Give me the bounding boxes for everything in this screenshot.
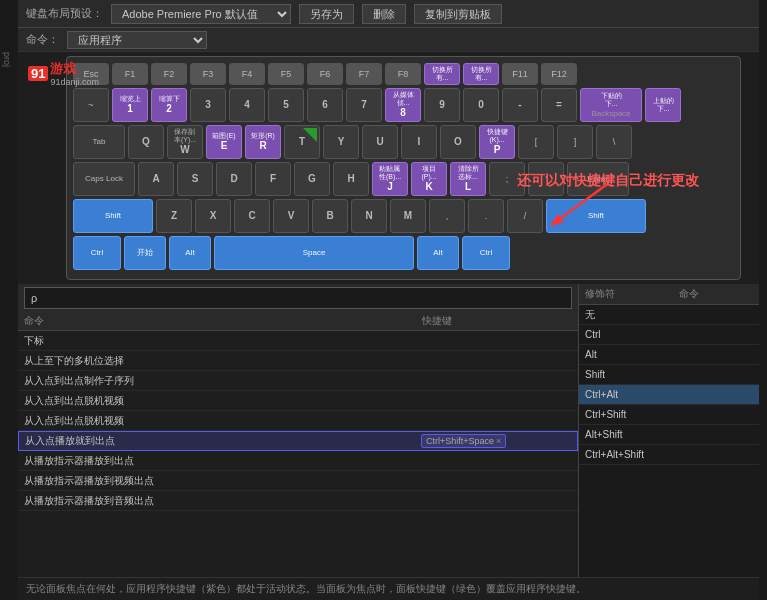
key-ctrl-left[interactable]: Ctrl [73,236,121,270]
list-item-active[interactable]: 从入点播放就到出点 Ctrl+Shift+Space × [18,431,578,451]
key-quote[interactable]: ' [528,162,564,196]
key-alt-right[interactable]: Alt [417,236,459,270]
key-z[interactable]: Z [156,199,192,233]
key-rbracket[interactable]: ] [557,125,593,159]
key-d[interactable]: D [216,162,252,196]
center-column: 键盘布局预设： Adobe Premiere Pro 默认值 另存为 删除 复制… [18,0,759,600]
command-list[interactable]: 下标 从上至下的多机位选择 从入点到出点制作子序列 从入点到出点脱机视频 [18,331,578,577]
preset-select[interactable]: Adobe Premiere Pro 默认值 [111,4,291,24]
key-f10[interactable]: 切换所有... [463,63,499,85]
key-backslash[interactable]: \ [596,125,632,159]
key-f4[interactable]: F4 [229,63,265,85]
key-space[interactable]: Space [214,236,414,270]
key-9[interactable]: 9 [424,88,460,122]
shortcut-row[interactable]: Shift [579,365,759,385]
list-item[interactable]: 从入点到出点脱机视频 [18,411,578,431]
list-item[interactable]: 从入点到出点制作子序列 [18,371,578,391]
key-ctrl-right[interactable]: Ctrl [462,236,510,270]
shortcut-row-active[interactable]: Ctrl+Alt [579,385,759,405]
modifier-header: 修饰符 [585,287,659,301]
key-7[interactable]: 7 [346,88,382,122]
key-period[interactable]: . [468,199,504,233]
key-shift-left[interactable]: Shift [73,199,153,233]
key-backspace[interactable]: 下贴的下... Backspace [580,88,642,122]
key-f3[interactable]: F3 [190,63,226,85]
save-as-button[interactable]: 另存为 [299,4,354,24]
key-1[interactable]: 缩览上1 [112,88,148,122]
cmd-select[interactable]: 应用程序 [67,31,207,49]
key-f7[interactable]: F7 [346,63,382,85]
key-f1[interactable]: F1 [112,63,148,85]
list-item[interactable]: 下标 [18,331,578,351]
key-backtick[interactable]: ~ [73,88,109,122]
key-tab[interactable]: Tab [73,125,125,159]
key-l[interactable]: 清除所选标... L [450,162,486,196]
shortcut-row[interactable]: Ctrl [579,325,759,345]
key-comma[interactable]: , [429,199,465,233]
key-f6[interactable]: F6 [307,63,343,85]
key-b[interactable]: B [312,199,348,233]
shortcut-row[interactable]: Alt [579,345,759,365]
key-r[interactable]: 矩形(R) R [245,125,281,159]
key-f[interactable]: F [255,162,291,196]
key-n[interactable]: N [351,199,387,233]
key-w[interactable]: 保存副本(Y)... W [167,125,203,159]
key-m[interactable]: M [390,199,426,233]
key-g[interactable]: G [294,162,330,196]
list-item[interactable]: 从入点到出点脱机视频 [18,391,578,411]
key-2[interactable]: 缩算下2 [151,88,187,122]
key-f11[interactable]: F11 [502,63,538,85]
key-f9[interactable]: 切换所有... [424,63,460,85]
key-j[interactable]: 粘贴属性(B)... J [372,162,408,196]
key-o[interactable]: O [440,125,476,159]
list-item[interactable]: 从播放指示器播放到视频出点 [18,471,578,491]
key-e[interactable]: 箱图(E) E [206,125,242,159]
key-f2[interactable]: F2 [151,63,187,85]
shortcut-row[interactable]: Ctrl+Alt+Shift [579,445,759,465]
key-slash[interactable]: / [507,199,543,233]
key-a[interactable]: A [138,162,174,196]
key-v[interactable]: V [273,199,309,233]
key-u[interactable]: U [362,125,398,159]
key-5[interactable]: 5 [268,88,304,122]
list-item[interactable]: 从播放指示器播放到音频出点 [18,491,578,511]
shortcut-row[interactable]: 无 [579,305,759,325]
key-f8[interactable]: F8 [385,63,421,85]
search-input[interactable] [24,287,572,309]
key-minus[interactable]: - [502,88,538,122]
key-win[interactable]: 开始 [124,236,166,270]
key-equals[interactable]: = [541,88,577,122]
key-k[interactable]: 项目(P)... K [411,162,447,196]
key-8[interactable]: 从媒体侦...8 [385,88,421,122]
list-item[interactable]: 从上至下的多机位选择 [18,351,578,371]
shortcut-remove-btn[interactable]: × [496,436,501,446]
key-semicolon[interactable]: ; [489,162,525,196]
key-0[interactable]: 0 [463,88,499,122]
key-i[interactable]: I [401,125,437,159]
key-caps[interactable]: Caps Lock [73,162,135,196]
key-x[interactable]: X [195,199,231,233]
key-backspace2[interactable]: 上贴的下... [645,88,681,122]
key-6[interactable]: 6 [307,88,343,122]
key-p[interactable]: 快捷键(K)... P [479,125,515,159]
key-enter[interactable]: Enter [567,162,629,196]
key-4[interactable]: 4 [229,88,265,122]
key-q[interactable]: Q [128,125,164,159]
left-rail: proj 导入媒体以开 [0,0,18,600]
key-y[interactable]: Y [323,125,359,159]
shortcut-row[interactable]: Ctrl+Shift [579,405,759,425]
list-item[interactable]: 从播放指示器播放到出点 [18,451,578,471]
key-t[interactable]: T [284,125,320,159]
key-lbracket[interactable]: [ [518,125,554,159]
key-f5[interactable]: F5 [268,63,304,85]
key-3[interactable]: 3 [190,88,226,122]
key-c[interactable]: C [234,199,270,233]
key-f12[interactable]: F12 [541,63,577,85]
delete-button[interactable]: 删除 [362,4,406,24]
key-s[interactable]: S [177,162,213,196]
key-h[interactable]: H [333,162,369,196]
shortcut-row[interactable]: Alt+Shift [579,425,759,445]
key-alt-left[interactable]: Alt [169,236,211,270]
key-shift-right[interactable]: Shift [546,199,646,233]
copy-clipboard-button[interactable]: 复制到剪贴板 [414,4,502,24]
